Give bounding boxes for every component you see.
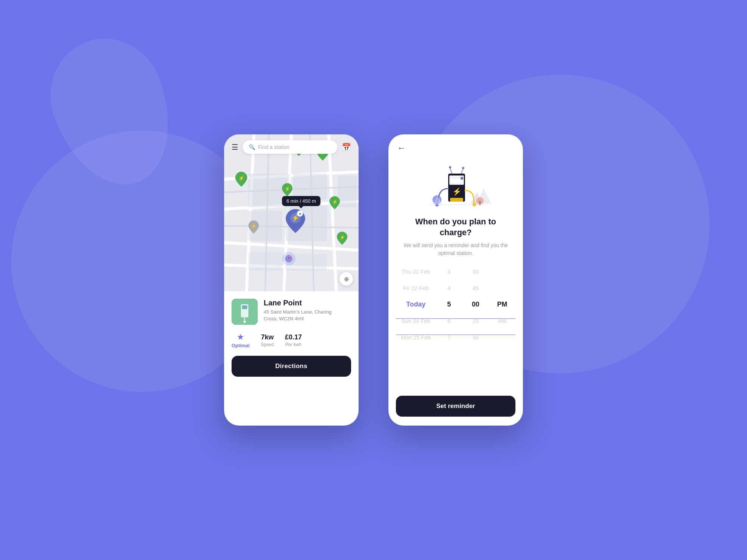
map-pin-green-6[interactable]: ⚡: [337, 231, 347, 245]
illustration-area: ✓ ⚡: [388, 157, 523, 217]
star-icon: ★: [232, 332, 249, 342]
back-button[interactable]: ←: [397, 143, 406, 153]
map-pin-green-3[interactable]: ⚡: [235, 172, 247, 187]
svg-rect-17: [248, 252, 282, 271]
svg-text:⚡: ⚡: [251, 223, 257, 229]
picker-hour-2: 5: [436, 296, 462, 312]
directions-button[interactable]: Directions: [232, 356, 351, 377]
left-phone: ☰ 🔍 Find a station 📅: [224, 134, 359, 426]
svg-rect-45: [451, 177, 460, 179]
svg-text:⚡: ⚡: [238, 175, 245, 181]
picker-day-0: Thu 21 Feb: [396, 263, 436, 280]
svg-rect-16: [338, 175, 357, 207]
set-reminder-button[interactable]: Set reminder: [396, 396, 515, 417]
station-header: Lane Point 45 Saint Martin's Lane, Chari…: [232, 299, 351, 325]
search-icon: 🔍: [249, 144, 255, 150]
reminder-content: When do you plan to charge? We will send…: [388, 217, 523, 263]
stat-price: £0.17 Per kwh: [285, 333, 302, 347]
location-button[interactable]: ⊕: [340, 272, 353, 286]
picker-hour-1: 4: [436, 280, 462, 296]
picker-highlight: [396, 318, 515, 335]
calendar-icon[interactable]: 📅: [342, 143, 351, 152]
map-pin-green-4[interactable]: ⚡: [282, 183, 292, 196]
time-picker-inner: Thu 21 Feb Fri 22 Feb Today Sun 24 Feb M…: [388, 263, 523, 390]
reminder-title: When do you plan to charge?: [400, 217, 512, 238]
hamburger-icon[interactable]: ☰: [232, 143, 238, 152]
station-card: Lane Point 45 Saint Martin's Lane, Chari…: [224, 291, 359, 384]
stat-speed: 7kw Speed: [261, 333, 274, 347]
map-pin-selected[interactable]: ⚡★: [286, 209, 305, 233]
map-pin-green-5[interactable]: ⚡: [329, 196, 340, 209]
svg-point-35: [244, 321, 246, 323]
svg-text:⚡: ⚡: [285, 186, 291, 192]
reminder-header: ←: [388, 134, 523, 157]
svg-text:⚡: ⚡: [452, 187, 462, 196]
picker-day-2: Today: [396, 296, 436, 312]
right-phone: ←: [388, 134, 523, 426]
station-name: Lane Point: [264, 299, 332, 307]
svg-line-54: [461, 169, 463, 174]
search-bar[interactable]: 🔍 Find a station: [243, 140, 337, 154]
svg-text:⚡: ⚡: [332, 199, 338, 205]
stat-optimal: ★ Optimal: [232, 332, 249, 348]
reminder-subtitle: We will send you a reminder and find you…: [400, 242, 512, 257]
picker-min-0: 30: [462, 263, 489, 280]
time-picker[interactable]: Thu 21 Feb Fri 22 Feb Today Sun 24 Feb M…: [388, 263, 523, 390]
svg-text:✓: ✓: [461, 177, 462, 180]
search-placeholder: Find a station: [258, 144, 289, 150]
map-header: ☰ 🔍 Find a station 📅: [224, 134, 359, 160]
svg-point-55: [462, 167, 464, 169]
station-address: 45 Saint Martin's Lane, Charing Cross, W…: [264, 309, 332, 322]
picker-min-2: 00: [462, 296, 489, 312]
picker-day-1: Fri 22 Feb: [396, 280, 436, 296]
picker-min-1: 45: [462, 280, 489, 296]
station-image: [232, 299, 258, 325]
map-pin-gray[interactable]: ⚡: [248, 220, 259, 234]
picker-period-2: PM: [489, 296, 515, 312]
user-location-pin: 📍: [282, 252, 295, 265]
picker-period-1: [489, 280, 515, 296]
picker-period-0: [489, 263, 515, 280]
picker-hour-0: 3: [436, 263, 462, 280]
svg-point-53: [449, 166, 451, 168]
station-info: Lane Point 45 Saint Martin's Lane, Chari…: [264, 299, 332, 322]
svg-line-52: [450, 168, 452, 174]
station-stats: ★ Optimal 7kw Speed £0.17 Per kwh: [232, 332, 351, 348]
screens-container: ☰ 🔍 Find a station 📅: [224, 134, 523, 426]
svg-rect-49: [450, 198, 463, 202]
svg-text:⚡: ⚡: [340, 234, 345, 240]
map-tooltip: 6 min / 450 m: [282, 196, 320, 206]
svg-rect-33: [242, 305, 247, 309]
svg-text:★: ★: [298, 212, 302, 216]
